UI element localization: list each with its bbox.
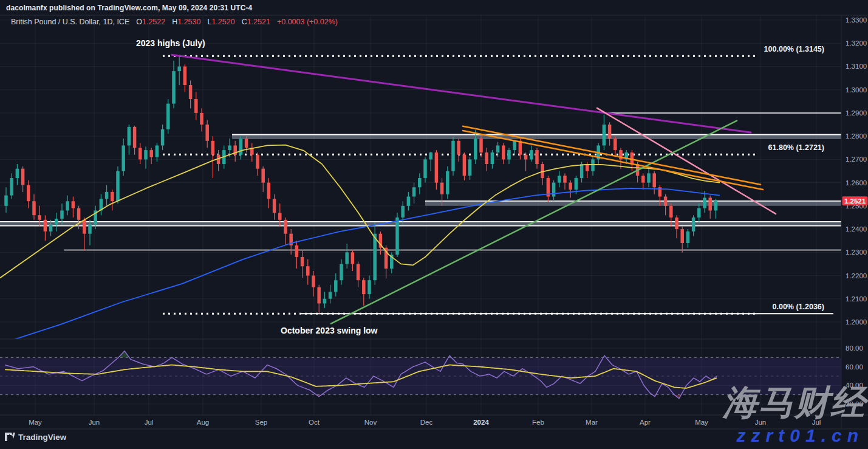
- candle: [155, 145, 159, 157]
- price-axis-label[interactable]: 1.2600: [846, 179, 867, 187]
- rsi-axis-label[interactable]: 60.00: [846, 363, 863, 371]
- candle: [16, 169, 19, 178]
- price-axis-label[interactable]: 1.3100: [846, 63, 867, 70]
- candle: [38, 215, 41, 220]
- tradingview-chart-page: 100.00% (1.3145)61.80% (1.2721)0.00% (1.…: [0, 0, 868, 449]
- symbol-info-row[interactable]: British Pound / U.S. Dollar, 1D, ICEO1.2…: [11, 18, 338, 26]
- time-axis-label[interactable]: Feb: [532, 419, 544, 426]
- candle: [664, 197, 668, 206]
- candle: [603, 125, 606, 145]
- symbol-title: British Pound / U.S. Dollar, 1D, ICE: [11, 18, 129, 26]
- candle: [708, 197, 712, 210]
- candle: [267, 183, 271, 199]
- candle: [586, 164, 589, 171]
- candle: [111, 192, 114, 201]
- price-axis-label[interactable]: 1.2300: [846, 248, 867, 256]
- candle: [138, 148, 142, 159]
- candle: [591, 159, 595, 171]
- candle: [496, 145, 500, 152]
- candle: [468, 159, 472, 176]
- candle: [245, 139, 248, 148]
- time-axis-label[interactable]: Sep: [255, 419, 267, 426]
- ohlc-low: L1.2520: [207, 18, 234, 26]
- price-axis-label[interactable]: 1.2000: [846, 318, 867, 326]
- time-axis-label[interactable]: Apr: [640, 419, 651, 426]
- candle: [457, 141, 460, 155]
- candle: [575, 178, 578, 190]
- candle: [273, 199, 276, 213]
- price-axis-label[interactable]: 1.2700: [846, 156, 867, 163]
- candle: [72, 201, 75, 208]
- last-price-value: 1.2521: [844, 197, 866, 205]
- price-axis-label[interactable]: 1.2400: [846, 225, 867, 233]
- candle: [55, 219, 58, 225]
- candle: [194, 99, 198, 113]
- candles-layer: [4, 56, 717, 314]
- price-axis-label[interactable]: 1.3200: [846, 39, 867, 47]
- candle: [228, 145, 231, 150]
- candle: [340, 264, 343, 280]
- candle: [552, 183, 556, 197]
- candle: [652, 173, 656, 187]
- time-axis-label[interactable]: Mar: [586, 419, 598, 426]
- time-axis-label[interactable]: Oct: [309, 419, 320, 426]
- candle: [669, 206, 673, 218]
- candle: [323, 299, 327, 304]
- candle: [680, 229, 684, 243]
- candle: [630, 153, 634, 164]
- candle: [317, 287, 321, 304]
- time-axis-label[interactable]: Aug: [197, 419, 209, 426]
- candle: [172, 71, 176, 104]
- tradingview-logo-icon: [5, 433, 15, 442]
- ohlc-close: C1.2521: [242, 18, 270, 26]
- candle: [395, 218, 399, 255]
- candle: [116, 171, 120, 202]
- candle: [83, 220, 86, 234]
- candle: [641, 176, 645, 182]
- candle: [211, 141, 215, 155]
- candle: [697, 208, 701, 218]
- candle: [563, 176, 567, 182]
- candle: [401, 206, 405, 218]
- candle: [261, 169, 265, 183]
- time-axis-label[interactable]: 2024: [473, 419, 489, 426]
- price-axis-label[interactable]: 1.3000: [846, 86, 867, 94]
- support-resistance-zone: [0, 222, 841, 226]
- candle: [27, 185, 30, 201]
- time-axis-label[interactable]: Jul: [145, 419, 154, 426]
- candle: [88, 224, 92, 233]
- candle: [256, 155, 259, 169]
- time-axis-label[interactable]: May: [695, 419, 708, 426]
- time-axis-label[interactable]: May: [29, 419, 42, 426]
- time-axis-label[interactable]: Jun: [89, 419, 100, 426]
- tradingview-attribution[interactable]: TradingView: [5, 433, 66, 442]
- candle: [479, 139, 483, 153]
- candle: [177, 66, 181, 71]
- price-axis-label[interactable]: 1.2100: [846, 295, 867, 303]
- ohlc-open: O1.2522: [136, 18, 165, 26]
- price-axis-label[interactable]: 1.3300: [846, 16, 867, 24]
- candle: [205, 125, 209, 141]
- time-axis-label[interactable]: Dec: [420, 419, 433, 426]
- candle: [446, 171, 449, 194]
- trendline-orange-channel-lower[interactable]: [463, 131, 763, 190]
- fib-level-label: 100.00% (1.3145): [764, 45, 824, 53]
- price-axis-label[interactable]: 1.2900: [846, 109, 867, 117]
- time-axis-label[interactable]: Nov: [364, 419, 377, 426]
- candle: [4, 196, 8, 206]
- rsi-axis-label[interactable]: 80.00: [846, 344, 863, 352]
- chart-canvas[interactable]: 100.00% (1.3145)61.80% (1.2721)0.00% (1.…: [0, 0, 868, 449]
- candle: [530, 150, 533, 159]
- price-axis-label[interactable]: 1.2800: [846, 132, 867, 140]
- candle: [149, 150, 153, 157]
- candle: [558, 176, 561, 182]
- candle: [133, 127, 137, 148]
- candle: [714, 201, 718, 211]
- candle: [306, 266, 310, 275]
- candle: [66, 201, 69, 210]
- candle: [535, 150, 539, 164]
- price-axis-label[interactable]: 1.2200: [846, 272, 867, 279]
- candle: [580, 164, 584, 178]
- candle: [613, 139, 617, 150]
- tradingview-logo-text: TradingView: [18, 433, 66, 442]
